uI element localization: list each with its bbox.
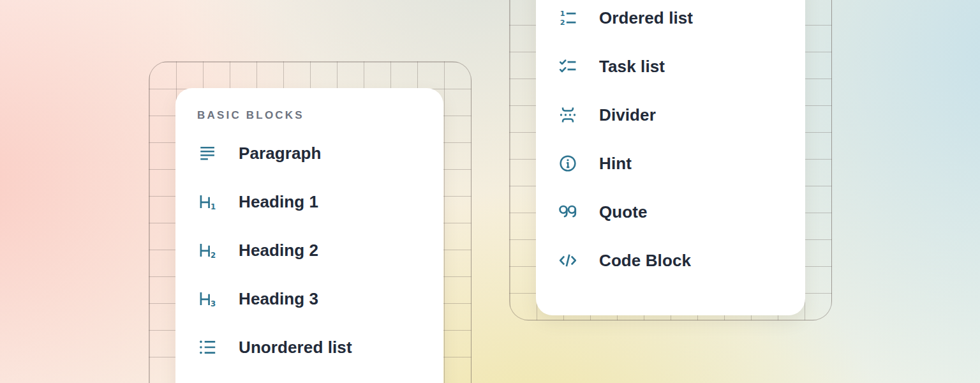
code-block-icon	[558, 251, 577, 270]
menu-item-label: Task list	[599, 57, 665, 77]
menu-item-label: Paragraph	[239, 144, 322, 163]
svg-text:1: 1	[211, 202, 216, 211]
menu-item-heading-1[interactable]: 1Heading 1	[175, 177, 443, 226]
menu-item-paragraph[interactable]: Paragraph	[175, 129, 443, 177]
section-label: BASIC BLOCKS	[197, 109, 443, 122]
menu-item-label: Ordered list	[599, 8, 693, 28]
basic-blocks-menu: BASIC BLOCKS Paragraph1Heading 12Heading…	[175, 88, 443, 383]
svg-text:2: 2	[560, 19, 565, 27]
hint-icon	[558, 154, 577, 173]
svg-text:1: 1	[560, 10, 565, 18]
ordered-list-icon: 12	[558, 8, 577, 27]
menu-item-heading-2[interactable]: 2Heading 2	[175, 226, 443, 274]
menu-item-label: Hint	[599, 154, 632, 174]
divider-icon	[558, 105, 577, 124]
menu-item-label: Heading 1	[239, 192, 318, 212]
quote-icon	[558, 202, 577, 222]
menu-item-label: Quote	[599, 202, 648, 222]
menu-item-code-block[interactable]: Code Block	[536, 236, 805, 285]
advanced-blocks-menu: 12Ordered listTask listDividerHintQuoteC…	[536, 0, 805, 315]
menu-item-ordered-list[interactable]: 12Ordered list	[536, 0, 805, 42]
menu-item-label: Code Block	[599, 251, 691, 271]
unordered-list-icon	[198, 338, 217, 357]
task-list-icon	[558, 57, 577, 76]
menu-item-heading-3[interactable]: 3Heading 3	[175, 274, 443, 323]
menu-item-label: Heading 3	[239, 289, 318, 309]
gradient-background: BASIC BLOCKS Paragraph1Heading 12Heading…	[0, 0, 980, 383]
heading-1-icon: 1	[198, 192, 217, 211]
heading-3-icon: 3	[198, 289, 217, 308]
menu-item-hint[interactable]: Hint	[536, 139, 805, 188]
svg-text:3: 3	[211, 299, 216, 308]
menu-item-task-list[interactable]: Task list	[536, 42, 805, 91]
svg-text:2: 2	[211, 251, 216, 260]
paragraph-icon	[198, 144, 217, 163]
menu-item-label: Heading 2	[239, 241, 318, 260]
heading-2-icon: 2	[198, 241, 217, 260]
menu-item-label: Divider	[599, 105, 656, 125]
menu-item-quote[interactable]: Quote	[536, 188, 805, 236]
menu-item-unordered-list[interactable]: Unordered list	[175, 323, 443, 372]
menu-item-divider[interactable]: Divider	[536, 91, 805, 139]
menu-item-label: Unordered list	[239, 338, 352, 357]
